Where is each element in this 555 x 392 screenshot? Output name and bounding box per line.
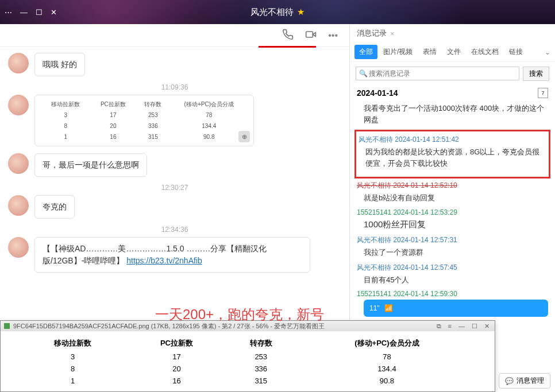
log-item: 我看夸克出了一个活动1000次转存 400块，才做的这个网盘 [357,103,548,125]
chat-toolbar: ••• [0,24,349,47]
star-icon: ★ [297,7,305,17]
video-call-icon[interactable] [305,29,317,42]
chevron-down-icon[interactable]: ⌄ [545,48,550,56]
message-bubble: 【【神级AD…………美……………1.5.0 ………分享【精翻汉化版/12GB】-… [34,237,310,273]
highlighted-message: 风光不相待 2024-01-14 12:51:42 因为我给的都是比较大的资源，… [354,130,550,178]
table-row: 31725378 [18,351,477,363]
search-input[interactable] [356,67,519,80]
message-bubble: 哦哦 好的 [34,53,85,76]
close-icon[interactable]: × [390,29,395,38]
app-icon [4,323,10,329]
avatar[interactable] [8,95,29,115]
sound-icon: 📶 [384,304,393,312]
timestamp: 11:09:36 [8,83,341,91]
stats-table: 移动拉新数PC拉新数转存数(移动+PC)会员分成 31725378 820336… [18,336,477,387]
image-viewer-window: 9FC64F15DB57194BA259ACF251ACFADE.png (17… [0,320,495,392]
dropdown-icon[interactable]: ⋯ [5,8,12,17]
timestamp: 12:30:27 [8,184,341,192]
minimize-button[interactable]: — [20,8,28,17]
message-bubble: 哥，最后一项是什么意思啊 [34,153,147,177]
message-manage-button[interactable]: 💬 消息管理 [499,373,550,389]
side-header: 消息记录 × [350,24,555,42]
zoom-icon[interactable]: ⊕ [238,131,250,142]
annotation-line [259,46,316,48]
more-icon[interactable]: ••• [328,30,338,41]
log-meta: 风光不相待 2024-01-14 12:51:42 [359,135,546,145]
avatar[interactable] [8,53,29,73]
viewer-title: 9FC64F15DB57194BA259ACF251ACFADE.png (17… [13,322,431,331]
image-message[interactable]: 移动拉新数PC拉新数转存数(移动+PC)会员分成 31725378 820336… [34,95,254,146]
voice-call-icon[interactable] [282,29,294,42]
title-bar: 风光不相待 ★ ⋯ — ☐ ✕ [0,0,555,24]
side-tabs: 全部 图片/视频 表情 文件 在线文档 链接 ⌄ [350,42,555,62]
viewer-content: 移动拉新数PC拉新数转存数(移动+PC)会员分成 31725378 820336… [1,331,495,391]
search-button[interactable]: 搜索 [523,67,549,81]
avatar[interactable] [8,153,29,174]
search-icon: 🔍 [359,69,368,77]
tab-file[interactable]: 文件 [442,45,465,59]
date-header: 2024-01-14 [357,88,398,98]
tab-all[interactable]: 全部 [354,45,377,59]
tab-link[interactable]: 链接 [504,45,527,59]
calendar-icon[interactable]: 7 [538,88,548,98]
svg-rect-0 [306,32,313,37]
table-row: 11631590.8 [18,375,477,387]
message-bubble: 夸克的 [34,195,75,219]
table-row: 820336134.4 [18,363,477,375]
close-button[interactable]: ✕ [483,323,491,330]
close-button[interactable]: ✕ [51,8,57,17]
pin-icon[interactable]: ⧉ [435,323,443,330]
timestamp: 12:34:36 [8,226,341,234]
maximize-button[interactable]: ☐ [470,323,479,330]
minimize-button[interactable]: — [457,323,467,329]
menu-icon[interactable]: ≡ [446,323,453,329]
tab-sticker[interactable]: 表情 [418,45,441,59]
window-title: 风光不相待 ★ [250,7,305,18]
voice-message[interactable]: 11"📶 [364,300,548,317]
maximize-button[interactable]: ☐ [36,8,43,17]
avatar[interactable] [8,195,29,216]
avatar[interactable] [8,237,29,258]
message-icon: 💬 [505,377,514,385]
tab-media[interactable]: 图片/视频 [379,45,417,59]
shared-link[interactable]: https://b23.tv/2nhAfib [126,256,202,265]
tab-doc[interactable]: 在线文档 [467,45,503,59]
